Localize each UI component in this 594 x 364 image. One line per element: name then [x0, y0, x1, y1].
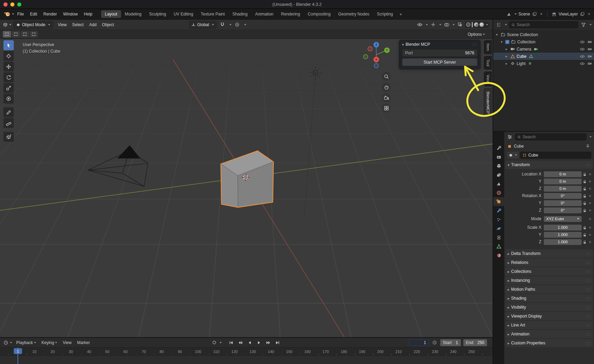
- sidebar-tab[interactable]: Item: [484, 40, 492, 54]
- tab-tool[interactable]: [493, 143, 504, 152]
- expand-chevron-icon[interactable]: [501, 40, 505, 44]
- outliner-editor-caret-icon[interactable]: [505, 24, 507, 25]
- lock-icon[interactable]: [582, 233, 588, 237]
- mcp-panel-header[interactable]: ▾ Blender MCP ::::: [399, 40, 480, 49]
- play-button[interactable]: [255, 339, 263, 346]
- outliner-row[interactable]: ✓ Cube: [493, 53, 594, 60]
- auto-keying-icon[interactable]: [211, 340, 217, 346]
- mcp-collapse-icon[interactable]: ▾: [402, 43, 404, 46]
- unlink-scene-button[interactable]: ×: [539, 12, 543, 17]
- minimize-window-button[interactable]: [10, 2, 14, 7]
- new-scene-icon[interactable]: [532, 11, 537, 17]
- xray-toggle-icon[interactable]: [457, 22, 463, 28]
- lock-icon[interactable]: [582, 186, 588, 191]
- gizmo-neg-x-ball[interactable]: [368, 47, 372, 51]
- collapsed-section-header[interactable]: ▸ Shading ::::: [505, 294, 593, 302]
- transform-value-field[interactable]: 0 m: [544, 171, 582, 177]
- workspace-tab[interactable]: Compositing: [304, 10, 334, 18]
- hide-in-viewport-eye-icon[interactable]: [580, 62, 585, 65]
- workspace-tab[interactable]: Rendering: [277, 10, 304, 18]
- editor-type-icon[interactable]: [2, 22, 8, 28]
- proportional-edit-icon[interactable]: [234, 22, 240, 28]
- scene-caret-icon[interactable]: [515, 13, 517, 15]
- sidebar-tab[interactable]: BlenderMCP: [484, 88, 492, 117]
- timeline-editor-type-icon[interactable]: [3, 340, 9, 346]
- transform-value-field[interactable]: 0 m: [544, 179, 582, 184]
- tab-object-data[interactable]: [493, 242, 504, 251]
- menu-item[interactable]: Window: [60, 10, 81, 18]
- lock-icon[interactable]: [582, 208, 588, 213]
- shading-solid-button[interactable]: [472, 22, 473, 28]
- object-id-dropdown[interactable]: [507, 152, 519, 159]
- lock-icon[interactable]: [582, 172, 588, 176]
- animate-dot[interactable]: [588, 188, 592, 190]
- animate-dot[interactable]: [588, 234, 592, 236]
- transform-value-field[interactable]: 1.000: [544, 239, 582, 245]
- shading-wireframe-button[interactable]: [466, 22, 471, 27]
- collapsed-section-header[interactable]: ▸ Delta Transform ::::: [505, 249, 593, 258]
- tab-render[interactable]: [493, 152, 504, 161]
- collapsed-section-header[interactable]: ▸ Instancing ::::: [505, 276, 593, 285]
- object-name-field[interactable]: Cube: [520, 152, 591, 159]
- tab-material[interactable]: [493, 251, 504, 260]
- tab-view-layer[interactable]: [493, 170, 504, 179]
- annotate-tool[interactable]: [3, 107, 14, 117]
- snap-magnet-icon[interactable]: [219, 22, 226, 28]
- gizmos-icon[interactable]: [430, 22, 436, 28]
- select-mode-invert-button[interactable]: [30, 31, 38, 38]
- snap-caret-icon[interactable]: [229, 24, 231, 25]
- lock-icon[interactable]: [582, 194, 588, 198]
- timeline-editor-caret-icon[interactable]: [10, 342, 12, 343]
- tab-particles[interactable]: [493, 215, 504, 224]
- select-mode-subtract-button[interactable]: [21, 31, 29, 38]
- menu-item[interactable]: Edit: [27, 10, 40, 18]
- pin-icon[interactable]: [585, 143, 591, 149]
- playhead-badge[interactable]: 1: [14, 348, 22, 354]
- animate-dot[interactable]: [588, 181, 592, 182]
- tab-scene[interactable]: [493, 179, 504, 188]
- viewport-menu-item[interactable]: Select: [69, 21, 86, 29]
- next-keyframe-button[interactable]: [264, 339, 272, 346]
- lock-icon[interactable]: [582, 201, 588, 205]
- transform-value-field[interactable]: 0°: [544, 207, 582, 213]
- disable-in-renders-camera-icon[interactable]: [587, 40, 592, 44]
- transform-value-field[interactable]: 1.000: [544, 232, 582, 238]
- viewport-menu-item[interactable]: Add: [86, 21, 99, 29]
- rotation-mode-dropdown[interactable]: XYZ Euler: [544, 216, 582, 222]
- workspace-tab[interactable]: Scripting: [373, 10, 397, 18]
- transform-tool[interactable]: [3, 94, 14, 104]
- measure-tool[interactable]: [3, 118, 14, 128]
- properties-options-caret-icon[interactable]: [590, 136, 592, 138]
- visibility-caret-icon[interactable]: [426, 24, 428, 25]
- viewlayer-name[interactable]: ViewLayer: [559, 12, 578, 17]
- overlays-icon[interactable]: [443, 22, 450, 28]
- workspace-tab[interactable]: Animation: [251, 10, 277, 18]
- remove-viewlayer-button[interactable]: ×: [587, 12, 591, 17]
- tab-modifiers[interactable]: [493, 206, 504, 215]
- animate-dot[interactable]: [588, 227, 592, 228]
- 3d-viewport[interactable]: User Perspective (1) Collection | Cube: [0, 39, 493, 337]
- scene-name[interactable]: Scene: [518, 12, 530, 17]
- timeline-menu-item[interactable]: View: [60, 339, 74, 346]
- gizmos-caret-icon[interactable]: [439, 24, 441, 25]
- tab-world[interactable]: [493, 188, 504, 197]
- workspace-tab[interactable]: Modeling: [121, 10, 145, 18]
- select-mode-new-button[interactable]: [3, 31, 11, 38]
- properties-search[interactable]: [515, 133, 586, 140]
- outliner-row[interactable]: ✓ Scene Collection: [493, 31, 594, 38]
- disable-in-renders-camera-icon[interactable]: [587, 47, 592, 51]
- light-object[interactable]: [304, 67, 321, 218]
- sidebar-tab[interactable]: View: [484, 72, 492, 86]
- collapsed-section-header[interactable]: ▸ Animation ::::: [505, 330, 593, 338]
- workspace-tab[interactable]: UV Editing: [170, 10, 197, 18]
- options-dropdown[interactable]: Options: [468, 32, 485, 37]
- browse-scene-icon[interactable]: [506, 11, 512, 17]
- jump-to-end-button[interactable]: [274, 339, 282, 346]
- lock-icon[interactable]: [582, 240, 588, 244]
- proportional-caret-icon[interactable]: [244, 24, 246, 25]
- zoom-button[interactable]: [382, 72, 391, 81]
- breadcrumb-object-label[interactable]: Cube: [514, 144, 524, 149]
- timeline-ruler[interactable]: 1020304050607080901001101201301401501601…: [0, 347, 493, 356]
- end-frame-field[interactable]: End 250: [463, 339, 487, 346]
- row-label[interactable]: Scene Collection: [507, 32, 538, 37]
